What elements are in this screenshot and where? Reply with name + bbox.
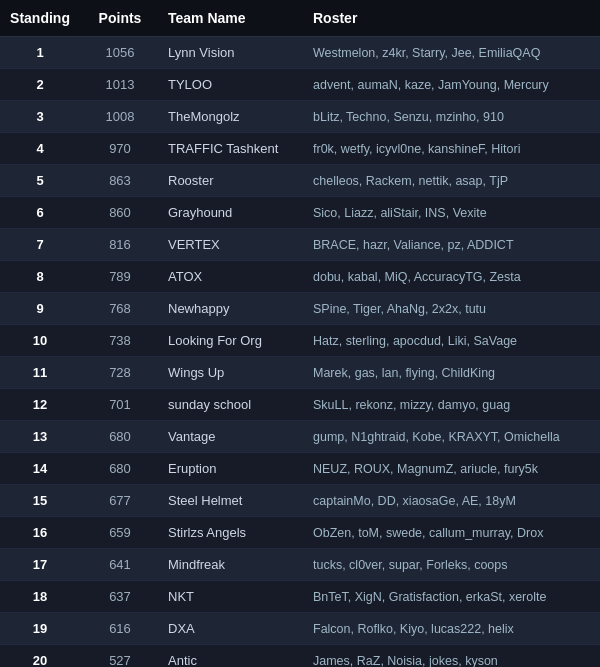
cell-standing: 13 bbox=[0, 421, 80, 453]
cell-roster: James, RaZ, Noisia, jokes, kyson bbox=[305, 645, 600, 668]
cell-standing: 12 bbox=[0, 389, 80, 421]
table-row: 11056Lynn VisionWestmelon, z4kr, Starry,… bbox=[0, 37, 600, 69]
cell-standing: 3 bbox=[0, 101, 80, 133]
cell-points: 527 bbox=[80, 645, 160, 668]
cell-standing: 4 bbox=[0, 133, 80, 165]
cell-points: 680 bbox=[80, 453, 160, 485]
cell-team-name: Eruption bbox=[160, 453, 305, 485]
cell-roster: advent, aumaN, kaze, JamYoung, Mercury bbox=[305, 69, 600, 101]
cell-team-name: Lynn Vision bbox=[160, 37, 305, 69]
cell-standing: 14 bbox=[0, 453, 80, 485]
cell-roster: NEUZ, ROUX, MagnumZ, ariucle, fury5k bbox=[305, 453, 600, 485]
cell-points: 701 bbox=[80, 389, 160, 421]
cell-standing: 17 bbox=[0, 549, 80, 581]
header-points: Points bbox=[80, 0, 160, 37]
cell-standing: 1 bbox=[0, 37, 80, 69]
header-roster: Roster bbox=[305, 0, 600, 37]
cell-points: 680 bbox=[80, 421, 160, 453]
cell-standing: 5 bbox=[0, 165, 80, 197]
cell-roster: gump, N1ghtraid, Kobe, KRAXYT, Omichella bbox=[305, 421, 600, 453]
table-row: 15677Steel HelmetcaptainMo, DD, xiaosaGe… bbox=[0, 485, 600, 517]
cell-team-name: TheMongolz bbox=[160, 101, 305, 133]
table-row: 20527AnticJames, RaZ, Noisia, jokes, kys… bbox=[0, 645, 600, 668]
cell-points: 860 bbox=[80, 197, 160, 229]
table-row: 12701sunday schoolSkuLL, rekonz, mizzy, … bbox=[0, 389, 600, 421]
table-row: 6860GrayhoundSico, Liazz, aliStair, INS,… bbox=[0, 197, 600, 229]
cell-team-name: Steel Helmet bbox=[160, 485, 305, 517]
cell-points: 970 bbox=[80, 133, 160, 165]
standings-table: Standing Points Team Name Roster 11056Ly… bbox=[0, 0, 600, 667]
cell-roster: BnTeT, XigN, Gratisfaction, erkaSt, xero… bbox=[305, 581, 600, 613]
cell-team-name: ATOX bbox=[160, 261, 305, 293]
cell-standing: 2 bbox=[0, 69, 80, 101]
cell-standing: 8 bbox=[0, 261, 80, 293]
cell-roster: captainMo, DD, xiaosaGe, AE, 18yM bbox=[305, 485, 600, 517]
cell-standing: 11 bbox=[0, 357, 80, 389]
cell-team-name: Wings Up bbox=[160, 357, 305, 389]
cell-points: 1056 bbox=[80, 37, 160, 69]
table-row: 7816VERTEXBRACE, hazr, Valiance, pz, ADD… bbox=[0, 229, 600, 261]
cell-roster: Sico, Liazz, aliStair, INS, Vexite bbox=[305, 197, 600, 229]
cell-roster: dobu, kabal, MiQ, AccuracyTG, Zesta bbox=[305, 261, 600, 293]
cell-standing: 15 bbox=[0, 485, 80, 517]
cell-standing: 16 bbox=[0, 517, 80, 549]
cell-team-name: Looking For Org bbox=[160, 325, 305, 357]
cell-roster: tucks, cl0ver, supar, Forleks, coops bbox=[305, 549, 600, 581]
cell-roster: Hatz, sterling, apocdud, Liki, SaVage bbox=[305, 325, 600, 357]
cell-team-name: TRAFFIC Tashkent bbox=[160, 133, 305, 165]
cell-roster: fr0k, wetfy, icyvl0ne, kanshineF, Hitori bbox=[305, 133, 600, 165]
cell-points: 789 bbox=[80, 261, 160, 293]
table-row: 21013TYLOOadvent, aumaN, kaze, JamYoung,… bbox=[0, 69, 600, 101]
cell-points: 863 bbox=[80, 165, 160, 197]
cell-team-name: Vantage bbox=[160, 421, 305, 453]
cell-points: 738 bbox=[80, 325, 160, 357]
cell-points: 637 bbox=[80, 581, 160, 613]
table-row: 31008TheMongolzbLitz, Techno, Senzu, mzi… bbox=[0, 101, 600, 133]
cell-standing: 9 bbox=[0, 293, 80, 325]
table-row: 18637NKTBnTeT, XigN, Gratisfaction, erka… bbox=[0, 581, 600, 613]
table-row: 17641Mindfreaktucks, cl0ver, supar, Forl… bbox=[0, 549, 600, 581]
table-row: 19616DXAFalcon, Roflko, Kiyo, lucas222, … bbox=[0, 613, 600, 645]
cell-team-name: Antic bbox=[160, 645, 305, 668]
cell-standing: 18 bbox=[0, 581, 80, 613]
table-row: 13680Vantagegump, N1ghtraid, Kobe, KRAXY… bbox=[0, 421, 600, 453]
cell-points: 677 bbox=[80, 485, 160, 517]
cell-standing: 10 bbox=[0, 325, 80, 357]
cell-roster: Falcon, Roflko, Kiyo, lucas222, helix bbox=[305, 613, 600, 645]
table-row: 14680EruptionNEUZ, ROUX, MagnumZ, ariucl… bbox=[0, 453, 600, 485]
cell-roster: Marek, gas, lan, flying, ChildKing bbox=[305, 357, 600, 389]
table-row: 9768NewhappySPine, Tiger, AhaNg, 2x2x, t… bbox=[0, 293, 600, 325]
cell-points: 1013 bbox=[80, 69, 160, 101]
cell-standing: 6 bbox=[0, 197, 80, 229]
table-row: 8789ATOXdobu, kabal, MiQ, AccuracyTG, Ze… bbox=[0, 261, 600, 293]
cell-team-name: Mindfreak bbox=[160, 549, 305, 581]
cell-team-name: Newhappy bbox=[160, 293, 305, 325]
cell-standing: 20 bbox=[0, 645, 80, 668]
cell-points: 1008 bbox=[80, 101, 160, 133]
table-row: 11728Wings UpMarek, gas, lan, flying, Ch… bbox=[0, 357, 600, 389]
cell-roster: Westmelon, z4kr, Starry, Jee, EmiliaQAQ bbox=[305, 37, 600, 69]
cell-team-name: sunday school bbox=[160, 389, 305, 421]
cell-standing: 19 bbox=[0, 613, 80, 645]
cell-roster: chelleos, Rackem, nettik, asap, TjP bbox=[305, 165, 600, 197]
cell-points: 768 bbox=[80, 293, 160, 325]
cell-team-name: Rooster bbox=[160, 165, 305, 197]
cell-points: 659 bbox=[80, 517, 160, 549]
header-team-name: Team Name bbox=[160, 0, 305, 37]
header-standing: Standing bbox=[0, 0, 80, 37]
cell-team-name: VERTEX bbox=[160, 229, 305, 261]
table-row: 5863Roosterchelleos, Rackem, nettik, asa… bbox=[0, 165, 600, 197]
cell-roster: SPine, Tiger, AhaNg, 2x2x, tutu bbox=[305, 293, 600, 325]
cell-team-name: NKT bbox=[160, 581, 305, 613]
cell-points: 641 bbox=[80, 549, 160, 581]
cell-roster: ObZen, toM, swede, callum_murray, Drox bbox=[305, 517, 600, 549]
cell-roster: BRACE, hazr, Valiance, pz, ADDICT bbox=[305, 229, 600, 261]
cell-roster: bLitz, Techno, Senzu, mzinho, 910 bbox=[305, 101, 600, 133]
table-row: 10738Looking For OrgHatz, sterling, apoc… bbox=[0, 325, 600, 357]
table-header-row: Standing Points Team Name Roster bbox=[0, 0, 600, 37]
cell-team-name: DXA bbox=[160, 613, 305, 645]
cell-points: 616 bbox=[80, 613, 160, 645]
cell-points: 728 bbox=[80, 357, 160, 389]
cell-team-name: Stirlzs Angels bbox=[160, 517, 305, 549]
cell-points: 816 bbox=[80, 229, 160, 261]
